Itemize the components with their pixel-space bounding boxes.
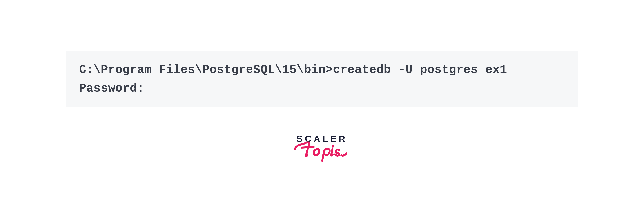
logo-topics-text [292,141,352,164]
code-line-1: C:\Program Files\PostgreSQL\15\bin>creat… [79,61,565,79]
code-block: C:\Program Files\PostgreSQL\15\bin>creat… [66,51,578,107]
code-line-2: Password: [79,79,565,98]
scaler-topics-logo: SCALER [292,134,352,164]
